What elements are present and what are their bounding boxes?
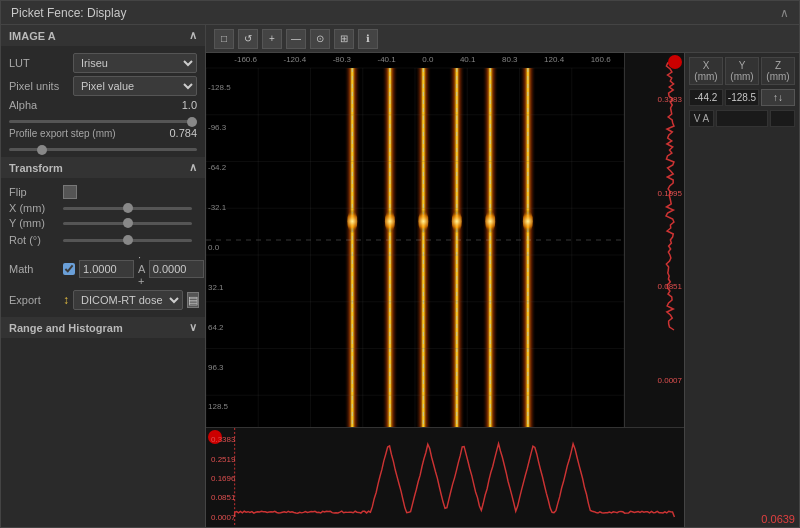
left-panel: IMAGE A ∧ LUT Iriseu Pixel units Pixel v… [1, 25, 206, 527]
toolbar-btn-rotate[interactable]: ↺ [238, 29, 258, 49]
info-header-row: X (mm) Y (mm) Z (mm) [689, 57, 795, 85]
rot-value: 0.00 [196, 234, 206, 246]
y-label-3: -32.1 [208, 203, 231, 212]
toolbar-btn-select[interactable]: □ [214, 29, 234, 49]
collapse-icon[interactable]: ∧ [780, 6, 789, 20]
y-axis-labels: -128.5 -96.3 -64.2 -32.1 0.0 32.1 64.2 9… [208, 68, 231, 427]
content-area: IMAGE A ∧ LUT Iriseu Pixel units Pixel v… [1, 25, 799, 527]
math-label: Math [9, 263, 59, 275]
side-close-button[interactable] [668, 55, 682, 69]
bottom-y-label-4: 0.0007 [211, 513, 235, 522]
va-row: V A [689, 110, 795, 127]
x-label-4: 0.0 [422, 55, 433, 64]
profile-label: Profile export step (mm) [9, 128, 129, 139]
chevron-down-icon: ∨ [189, 321, 197, 334]
profile-slider[interactable] [9, 148, 197, 151]
pixel-units-select[interactable]: Pixel value [73, 76, 197, 96]
transform-section-header[interactable]: Transform ∧ [1, 157, 205, 178]
pixel-units-label: Pixel units [9, 80, 69, 92]
alpha-value: 1.0 [167, 99, 197, 111]
x-label-3: -40.1 [377, 55, 395, 64]
export-row: Export ↕ DICOM-RT dose ▤ [9, 290, 197, 310]
bottom-profile-svg [206, 428, 684, 527]
x-axis-labels: -160.6 -120.4 -80.3 -40.1 0.0 40.1 80.3 … [221, 55, 624, 64]
y-value: 0.00 [196, 217, 206, 229]
flip-label: Flip [9, 186, 59, 198]
y-label-1: -96.3 [208, 123, 231, 132]
bottom-y-label-2: 0.1696 [211, 474, 235, 483]
va-extra [770, 110, 795, 127]
export-select[interactable]: DICOM-RT dose [73, 290, 183, 310]
toolbar-btn-grid[interactable]: ⊞ [334, 29, 354, 49]
x-label: X (mm) [9, 202, 59, 214]
bottom-profile: 0.3383 0.2519 0.1696 0.0851 0.0007 [206, 428, 684, 527]
math-row: Math · A + [9, 251, 197, 287]
flip-checkbox[interactable] [63, 185, 77, 199]
y-label-4: 0.0 [208, 243, 231, 252]
math-input-1[interactable] [79, 260, 134, 278]
image-with-side: ✛ -160.6 -120.4 -80.3 -40.1 0.0 40.1 [206, 53, 684, 427]
header-y: Y (mm) [725, 57, 759, 85]
export-icon: ▤ [188, 294, 198, 307]
side-profile-svg [625, 53, 684, 427]
value-z-btn[interactable]: ↑↓ [761, 89, 795, 106]
toolbar-btn-circle[interactable]: ⊙ [310, 29, 330, 49]
y-label-8: 128.5 [208, 402, 231, 411]
x-label-2: -80.3 [333, 55, 351, 64]
x-label-7: 120.4 [544, 55, 564, 64]
title-bar: Picket Fence: Display ∧ [1, 1, 799, 25]
x-slider[interactable] [63, 207, 192, 210]
value-x: -44.2 [689, 89, 723, 106]
image-section-header[interactable]: IMAGE A ∧ [1, 25, 205, 46]
info-value-row: -44.2 -128.5 ↑↓ [689, 89, 795, 106]
header-x: X (mm) [689, 57, 723, 85]
math-op: · A + [138, 251, 145, 287]
value-y: -128.5 [725, 89, 759, 106]
bottom-y-label-1: 0.2519 [211, 455, 235, 464]
bottom-y-label-3: 0.0851 [211, 493, 235, 502]
svg-rect-0 [625, 53, 684, 343]
image-section-display: ✛ -160.6 -120.4 -80.3 -40.1 0.0 40.1 [206, 53, 684, 527]
main-display-area: ✛ -160.6 -120.4 -80.3 -40.1 0.0 40.1 [206, 53, 799, 527]
toolbar-btn-add[interactable]: + [262, 29, 282, 49]
lut-select[interactable]: Iriseu [73, 53, 197, 73]
export-arrow: ↕ [63, 293, 69, 307]
main-window: Picket Fence: Display ∧ IMAGE A ∧ LUT Ir… [0, 0, 800, 528]
y-label-5: 32.1 [208, 283, 231, 292]
alpha-slider[interactable] [9, 120, 197, 123]
y-label-7: 96.3 [208, 363, 231, 372]
image-container[interactable]: ✛ -160.6 -120.4 -80.3 -40.1 0.0 40.1 [206, 53, 624, 427]
x-label-8: 160.6 [591, 55, 611, 64]
info-spacer [685, 135, 799, 511]
lut-label: LUT [9, 57, 69, 69]
va-value [716, 110, 768, 127]
x-label-6: 80.3 [502, 55, 518, 64]
math-checkbox[interactable] [63, 263, 75, 275]
image-section-content: LUT Iriseu Pixel units Pixel value Alpha… [1, 46, 205, 157]
rot-label: Rot (°) [9, 234, 59, 246]
window-title: Picket Fence: Display [11, 6, 126, 20]
math-input-2[interactable] [149, 260, 204, 278]
export-button[interactable]: ▤ [187, 292, 199, 308]
picket-canvas[interactable] [206, 53, 624, 427]
x-row: X (mm) 0.00 [9, 202, 197, 214]
rot-row: Rot (°) 0.00 ← [9, 232, 197, 248]
y-slider[interactable] [63, 222, 192, 225]
bottom-section: 0.3383 0.2519 0.1696 0.0851 0.0007 [206, 427, 684, 527]
alpha-label-row: Alpha 1.0 [9, 99, 197, 111]
lut-row: LUT Iriseu [9, 53, 197, 73]
rot-slider[interactable] [63, 239, 192, 242]
toolbar-btn-info[interactable]: ℹ [358, 29, 378, 49]
x-value: 0.00 [196, 202, 206, 214]
y-row: Y (mm) 0.00 [9, 217, 197, 229]
pixel-units-row: Pixel units Pixel value [9, 76, 197, 96]
toolbar: □ ↺ + — ⊙ ⊞ ℹ [206, 25, 799, 53]
bottom-y-label-0: 0.3383 [211, 435, 235, 444]
x-label-1: -120.4 [283, 55, 306, 64]
y-label-2: -64.2 [208, 163, 231, 172]
range-histogram-header[interactable]: Range and Histogram ∨ [1, 317, 205, 338]
toolbar-btn-remove[interactable]: — [286, 29, 306, 49]
y-label: Y (mm) [9, 217, 59, 229]
transform-section-content: Flip X (mm) 0.00 Y (mm) 0.00 Rot [1, 178, 205, 317]
header-z: Z (mm) [761, 57, 795, 85]
